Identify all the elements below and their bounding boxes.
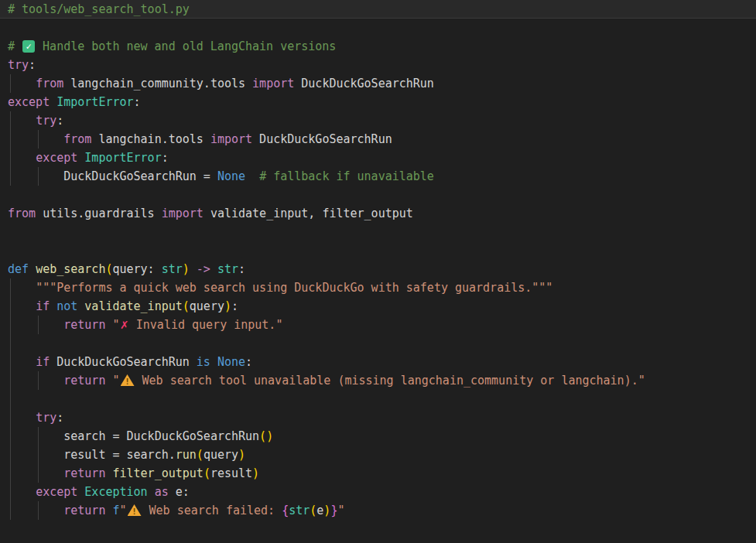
code-token: search = DuckDuckGoSearchRun: [8, 429, 259, 443]
code-line[interactable]: try:: [0, 56, 756, 74]
code-token: # fallback if unavailable: [259, 169, 434, 183]
code-token: [8, 411, 36, 425]
code-token: ": [112, 318, 119, 332]
warning-icon: !: [121, 374, 135, 386]
code-token: except: [36, 485, 77, 499]
indent-guide: [10, 278, 11, 297]
code-line[interactable]: if DuckDuckGoSearchRun is None:: [0, 353, 756, 371]
code-line[interactable]: return "✗ Invalid query input.": [0, 316, 756, 334]
code-token: try: [36, 114, 56, 128]
code-token: as: [155, 485, 169, 499]
code-line[interactable]: [0, 390, 756, 408]
code-line[interactable]: from langchain_community.tools import Du…: [0, 74, 756, 93]
code-line[interactable]: [0, 334, 756, 353]
code-token: [8, 151, 36, 165]
code-line[interactable]: try:: [0, 408, 756, 427]
code-token: [8, 114, 36, 128]
indent-guide: [38, 130, 39, 149]
code-line[interactable]: result = search.run(query): [0, 446, 756, 464]
indent-guide: [10, 297, 11, 316]
code-line[interactable]: # ✓ Handle both new and old LangChain ve…: [0, 37, 756, 56]
code-token: run: [176, 448, 197, 462]
code-token: [8, 466, 63, 480]
code-token: [245, 169, 259, 183]
check-icon: ✓: [22, 40, 35, 53]
indent-guide: [10, 130, 11, 149]
code-token: try: [36, 411, 56, 425]
code-token: not: [56, 299, 77, 313]
code-token: if: [36, 355, 50, 369]
indent-guide: [10, 371, 11, 390]
code-line[interactable]: if not validate_input(query):: [0, 297, 756, 316]
code-line[interactable]: # tools/web_search_tool.py: [0, 0, 756, 19]
code-token: (: [204, 466, 210, 480]
code-token: str: [217, 262, 238, 276]
code-line[interactable]: return filter_output(result): [0, 464, 756, 483]
code-token: query: [204, 448, 238, 462]
code-line[interactable]: except ImportError:: [0, 149, 756, 167]
code-token: :: [56, 114, 63, 128]
code-token: #: [8, 39, 22, 53]
code-line[interactable]: search = DuckDuckGoSearchRun(): [0, 427, 756, 446]
code-line[interactable]: [0, 223, 756, 241]
code-token: e:: [169, 485, 190, 499]
indent-guide: [10, 316, 11, 334]
code-token: e: [316, 504, 323, 517]
code-token: validate_input: [84, 299, 182, 313]
code-token: ": [120, 504, 127, 517]
code-token: [8, 355, 36, 369]
code-token: str: [289, 504, 310, 517]
code-token: :: [162, 151, 169, 165]
code-line[interactable]: [0, 186, 756, 204]
code-token: {: [282, 504, 289, 517]
code-token: [8, 132, 63, 146]
code-token: from: [36, 77, 63, 90]
code-token: [50, 299, 56, 313]
code-token: None: [217, 355, 245, 369]
code-token: import: [162, 207, 204, 220]
code-token: [8, 374, 63, 388]
code-token: [8, 485, 36, 499]
code-token: f: [112, 504, 119, 517]
code-token: is: [197, 355, 210, 369]
indent-guide: [10, 334, 11, 353]
code-token: if: [36, 299, 50, 313]
code-token: [210, 262, 217, 276]
code-token: :: [231, 299, 238, 313]
code-token: [8, 77, 36, 90]
code-token: [77, 485, 84, 499]
code-line[interactable]: from utils.guardrails import validate_in…: [0, 204, 756, 223]
code-line[interactable]: [0, 241, 756, 260]
indent-guide: [10, 149, 11, 167]
code-line[interactable]: from langchain.tools import DuckDuckGoSe…: [0, 130, 756, 149]
code-line[interactable]: try:: [0, 111, 756, 130]
code-editor[interactable]: # tools/web_search_tool.py# ✓ Handle bot…: [0, 0, 756, 543]
code-line[interactable]: except Exception as e:: [0, 483, 756, 501]
indent-guide: [38, 501, 39, 520]
code-token: (): [259, 429, 273, 443]
code-token: query:: [112, 262, 161, 276]
code-line[interactable]: return f"! Web search failed: {str(e)}": [0, 501, 756, 520]
indent-guide: [10, 408, 11, 427]
code-line[interactable]: return "! Web search tool unavailable (m…: [0, 371, 756, 390]
code-token: except: [8, 95, 50, 109]
code-line[interactable]: except ImportError:: [0, 93, 756, 111]
indent-guide: [38, 316, 39, 334]
indent-guide: [10, 74, 11, 93]
code-token: :: [238, 262, 245, 276]
code-token: [190, 262, 197, 276]
code-token: import: [210, 132, 252, 146]
code-token: DuckDuckGoSearchRun: [294, 77, 434, 90]
indent-guide: [38, 167, 39, 186]
code-line[interactable]: DuckDuckGoSearchRun = None # fallback if…: [0, 167, 756, 186]
code-line[interactable]: [0, 19, 756, 37]
code-token: filter_output: [112, 466, 203, 480]
code-token: [8, 318, 63, 332]
indent-guide: [10, 111, 11, 130]
code-line[interactable]: """Performs a quick web search using Duc…: [0, 278, 756, 297]
indent-guide: [10, 446, 11, 464]
code-token: (: [197, 448, 204, 462]
code-token: [210, 355, 217, 369]
code-token: return: [63, 466, 105, 480]
code-line[interactable]: def web_search(query: str) -> str:: [0, 260, 756, 278]
